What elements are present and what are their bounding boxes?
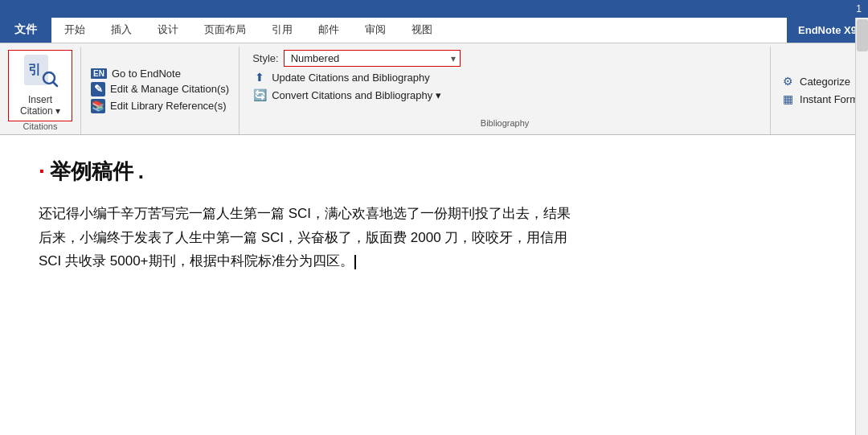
style-select[interactable]: Numbered Author-Date APA xyxy=(284,50,461,67)
edit-library-item[interactable]: 📚 Edit Library Reference(s) xyxy=(91,99,229,113)
paragraph-3-text: SCI 共收录 5000+期刊，根据中科院标准分为四区。 xyxy=(39,253,354,269)
edit-citation-icon: ✎ xyxy=(91,82,105,96)
ribbon-tab-bar: 文件 开始 插入 设计 页面布局 引用 邮件 审阅 视图 EndNote X9 xyxy=(0,18,868,43)
tab-mailings[interactable]: 邮件 xyxy=(305,17,352,43)
categorize-item[interactable]: ⚙ Categorize xyxy=(780,74,858,88)
edit-manage-citation-item[interactable]: ✎ Edit & Manage Citation(s) xyxy=(91,82,229,96)
svg-line-3 xyxy=(53,82,57,86)
insert-citation-icon: 引 xyxy=(22,54,59,88)
scroll-thumb[interactable] xyxy=(857,19,868,51)
ribbon-body: 引 Insert Citation ▾ Citations EN Go to E… xyxy=(0,43,868,135)
extra-group: ⚙ Categorize ▦ Instant Form xyxy=(771,47,868,134)
tab-insert[interactable]: 插入 xyxy=(98,17,145,43)
tab-design[interactable]: 设计 xyxy=(145,17,191,43)
insert-citation-button[interactable]: 引 Insert Citation ▾ xyxy=(8,50,72,121)
heading-text: 举例稿件 xyxy=(50,158,133,186)
citations-label: Citations xyxy=(23,121,58,134)
insert-citation-section: 引 Insert Citation ▾ Citations xyxy=(0,47,81,134)
style-row: Style: Numbered Author-Date APA xyxy=(252,50,757,67)
style-select-wrapper[interactable]: Numbered Author-Date APA xyxy=(284,50,461,67)
tab-view[interactable]: 视图 xyxy=(399,17,445,43)
title-bar: 1 xyxy=(0,0,868,18)
instant-form-item[interactable]: ▦ Instant Form xyxy=(780,92,858,106)
citations-group: EN Go to EndNote ✎ Edit & Manage Citatio… xyxy=(81,47,240,134)
paragraph-1: 还记得小编千辛万苦写完一篇人生第一篇 SCI，满心欢喜地选了一份期刊投了出去，结… xyxy=(39,202,829,226)
convert-citations-item[interactable]: 🔄 Convert Citations and Bibliography ▾ xyxy=(252,88,757,102)
style-label: Style: xyxy=(252,52,279,64)
heading-suffix: . xyxy=(138,159,144,184)
document-heading: · 举例稿件 . xyxy=(39,158,829,186)
tab-home[interactable]: 开始 xyxy=(51,17,98,43)
page-number: 1 xyxy=(856,3,862,14)
tab-file[interactable]: 文件 xyxy=(0,17,51,43)
tab-references[interactable]: 引用 xyxy=(259,17,305,43)
text-cursor xyxy=(354,255,356,269)
convert-icon: 🔄 xyxy=(252,88,267,102)
tab-review[interactable]: 审阅 xyxy=(352,17,399,43)
categorize-icon: ⚙ xyxy=(780,74,795,88)
update-icon: ⬆ xyxy=(252,70,267,84)
scrollbar[interactable] xyxy=(855,18,868,435)
bibliography-label: Bibliography xyxy=(252,117,757,131)
instant-form-icon: ▦ xyxy=(780,92,795,106)
insert-citation-label: Insert Citation ▾ xyxy=(20,94,60,117)
update-citations-item[interactable]: ⬆ Update Citations and Bibliography xyxy=(252,70,757,84)
document-body: · 举例稿件 . 还记得小编千辛万苦写完一篇人生第一篇 SCI，满心欢喜地选了一… xyxy=(0,135,868,273)
tab-page-layout[interactable]: 页面布局 xyxy=(191,17,259,43)
goto-endnote-item[interactable]: EN Go to EndNote xyxy=(91,68,229,80)
en-badge: EN xyxy=(91,68,107,79)
paragraph-3: SCI 共收录 5000+期刊，根据中科院标准分为四区。 xyxy=(39,249,829,273)
bibliography-group: Style: Numbered Author-Date APA ⬆ Update… xyxy=(240,47,771,134)
heading-bullet: · xyxy=(39,158,45,184)
paragraph-2: 后来，小编终于发表了人生中第一篇 SCI，兴奋极了，版面费 2000 刀，咬咬牙… xyxy=(39,226,829,250)
library-icon: 📚 xyxy=(91,99,105,113)
svg-text:引: 引 xyxy=(28,63,41,76)
